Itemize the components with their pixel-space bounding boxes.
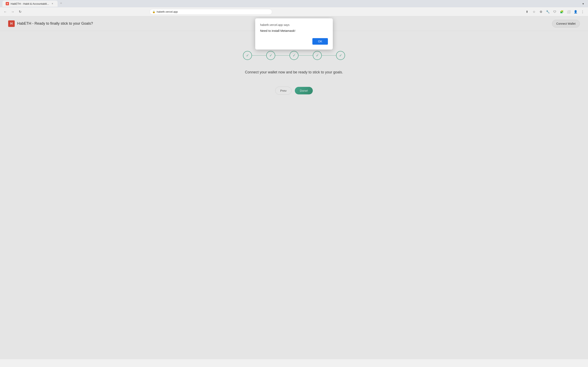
tab-close-button[interactable]: × (51, 2, 54, 6)
extension-icon[interactable]: 🔧 (545, 9, 551, 15)
back-button[interactable]: ← (2, 9, 8, 15)
tab-title: HabETH - Habit & Accountabili... (11, 2, 49, 5)
forward-button[interactable]: → (10, 9, 16, 15)
reload-button[interactable]: ↻ (17, 9, 23, 15)
dialog-ok-button[interactable]: OK (312, 38, 328, 45)
settings-wheel-icon[interactable]: ⚙ (538, 9, 544, 15)
active-tab[interactable]: H HabETH - Habit & Accountabili... × (2, 1, 58, 7)
shield-icon[interactable]: 🛡 (552, 9, 558, 15)
address-bar[interactable]: 🔒 habeth.vercel.app (150, 9, 272, 15)
profile-avatar[interactable]: 👤 (573, 9, 579, 15)
menu-icon[interactable]: ⋮ (580, 9, 586, 15)
tab-favicon: H (6, 2, 9, 5)
app-container: H HabETH - Ready to finally stick to you… (0, 16, 588, 359)
new-tab-button[interactable]: + (58, 0, 64, 6)
dialog-box: habeth.vercel.app says Need to install M… (255, 18, 333, 50)
share-icon[interactable]: ⬆ (524, 9, 530, 15)
dialog-message: Need to install Metamask! (260, 29, 328, 33)
browser-actions: ⬆ ☆ ⚙ 🔧 🛡 🧩 ⬜ 👤 ⋮ (524, 9, 586, 15)
split-view-icon[interactable]: ⬜ (566, 9, 572, 15)
url-display: habeth.vercel.app (156, 10, 178, 13)
browser-tab-bar: H HabETH - Habit & Accountabili... × + ▾ (0, 0, 588, 7)
dialog-actions: OK (260, 38, 328, 45)
puzzle-icon[interactable]: 🧩 (559, 9, 565, 15)
dialog-origin: habeth.vercel.app says (260, 23, 328, 26)
browser-dropdown[interactable]: ▾ (581, 1, 586, 6)
address-bar-row: ← → ↻ 🔒 habeth.vercel.app ⬆ ☆ ⚙ 🔧 🛡 🧩 ⬜ … (0, 7, 588, 16)
bookmark-icon[interactable]: ☆ (531, 9, 537, 15)
dialog-overlay: habeth.vercel.app says Need to install M… (0, 16, 588, 359)
lock-icon: 🔒 (152, 10, 155, 13)
